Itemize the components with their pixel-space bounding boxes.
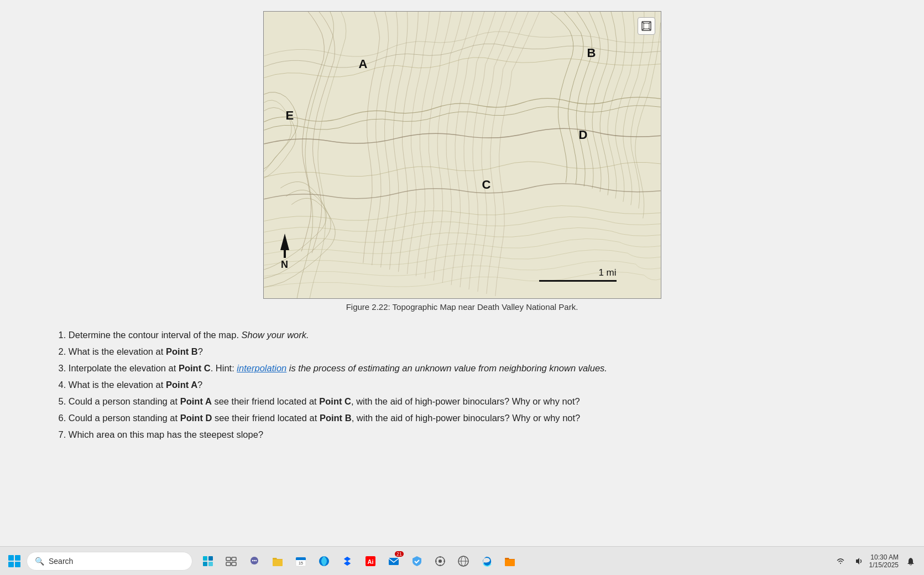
svg-marker-24 [344,561,351,566]
q3-bold: Point C [179,363,211,373]
svg-rect-27 [389,558,399,565]
mail-button[interactable]: 21 [383,550,405,572]
svg-rect-8 [226,557,231,561]
taskbar-search-bar[interactable]: 🔍 Search [27,552,192,571]
expand-icon [641,21,651,31]
q2-number: 2. [59,346,69,356]
q1-text: Determine the contour interval of the ma… [69,330,242,340]
q2-text: What is the elevation at Point B? [69,346,203,356]
q5-number: 5. [59,396,69,406]
svg-rect-7 [208,562,213,566]
question-3: 3. Interpolate the elevation at Point C.… [59,360,899,376]
svg-text:Ai: Ai [368,558,374,565]
adobe-icon: Ai [364,555,377,567]
dropbox-icon [341,555,353,567]
browser-icon [318,555,330,567]
taskbar-icons: 15 Ai [197,550,521,572]
network-icon[interactable] [832,551,849,571]
interpolation-link[interactable]: interpolation [237,363,286,373]
svg-point-14 [254,560,255,561]
map-label-e: E [286,108,294,123]
svg-rect-3 [644,23,649,29]
question-1: 1. Determine the contour interval of the… [59,327,899,343]
system-tray: 10:30 AM 1/15/2025 [832,551,920,571]
svg-rect-10 [226,562,231,566]
task-view-icon [225,555,237,567]
calendar-button[interactable]: 15 [290,550,312,572]
question-4: 4. What is the elevation at Point A? [59,377,899,392]
orange-folder-button[interactable] [499,550,521,572]
map-container: A B C D E N 1 mi [263,11,661,322]
north-arrow: N [280,234,289,271]
north-label: N [281,259,288,271]
q3-italic: is the process of estimating an unknown … [286,363,607,373]
q2-bold: Point B [166,346,198,356]
scale-bar: 1 mi [539,267,617,282]
svg-rect-9 [232,557,236,561]
edge-icon [481,555,493,567]
date-display: 1/15/2025 [869,561,899,569]
questions-area: 1. Determine the contour interval of the… [25,327,899,443]
figure-caption: Figure 2.22: Topographic Map near Death … [263,302,661,312]
browser-button[interactable] [313,550,335,572]
q4-number: 4. [59,380,69,390]
q3-number: 3. [59,363,69,373]
search-text: Search [49,557,73,566]
question-7: 7. Which area on this map has the steepe… [59,427,899,442]
dropbox-button[interactable] [336,550,358,572]
mail-badge: 21 [395,551,404,557]
map-label-a: A [359,57,368,71]
chat-button[interactable] [243,550,265,572]
q6-text: Could a person standing at Point D see t… [69,413,580,423]
map-image: A B C D E N 1 mi [263,11,661,299]
svg-rect-6 [203,562,207,566]
q1-number: 1. [59,330,69,340]
scale-label: 1 mi [598,267,616,278]
svg-rect-4 [203,556,207,561]
adobe-button[interactable]: Ai [359,550,382,572]
svg-text:15: 15 [299,561,303,565]
map-label-b: B [587,46,596,60]
svg-marker-23 [344,557,351,561]
globe-button[interactable] [452,550,474,572]
main-content: A B C D E N 1 mi [0,0,924,546]
notification-icon[interactable] [902,551,920,571]
chat-icon [248,555,260,567]
edge-button[interactable] [476,550,498,572]
wifi-icon [836,557,845,566]
q6-number: 6. [59,413,69,423]
settings-button[interactable] [429,550,451,572]
time-display: 10:30 AM [870,553,899,561]
vpn-button[interactable] [406,550,428,572]
taskbar: 🔍 Search [0,546,924,575]
map-expand-button[interactable] [638,17,655,35]
svg-point-29 [438,560,442,563]
svg-point-15 [255,560,257,561]
svg-rect-16 [273,560,283,566]
settings-icon [434,555,446,567]
file-explorer-button[interactable] [267,550,289,572]
clock-area[interactable]: 10:30 AM 1/15/2025 [869,553,899,569]
question-6: 6. Could a person standing at Point D se… [59,410,899,426]
q1-italic: Show your work. [242,330,309,340]
mail-icon [388,555,400,567]
file-explorer-icon [272,555,284,567]
bell-icon [906,557,915,566]
widgets-button[interactable] [197,550,219,572]
start-button[interactable] [4,551,24,571]
question-2: 2. What is the elevation at Point B? [59,344,899,359]
q3-text: Interpolate the elevation at Point C. Hi… [69,363,607,373]
q6-bold2: Point B [320,413,352,423]
vpn-icon [411,555,423,567]
widgets-icon [202,555,214,567]
q5-text: Could a person standing at Point A see t… [69,396,580,406]
svg-rect-11 [232,562,236,566]
calendar-icon: 15 [295,555,307,567]
orange-folder-icon [504,555,516,567]
volume-icon[interactable] [850,551,868,571]
arrow-stem [284,250,286,258]
search-icon: 🔍 [35,557,44,566]
task-view-button[interactable] [220,550,242,572]
q7-number: 7. [59,429,69,439]
q4-text: What is the elevation at Point A? [69,380,202,390]
